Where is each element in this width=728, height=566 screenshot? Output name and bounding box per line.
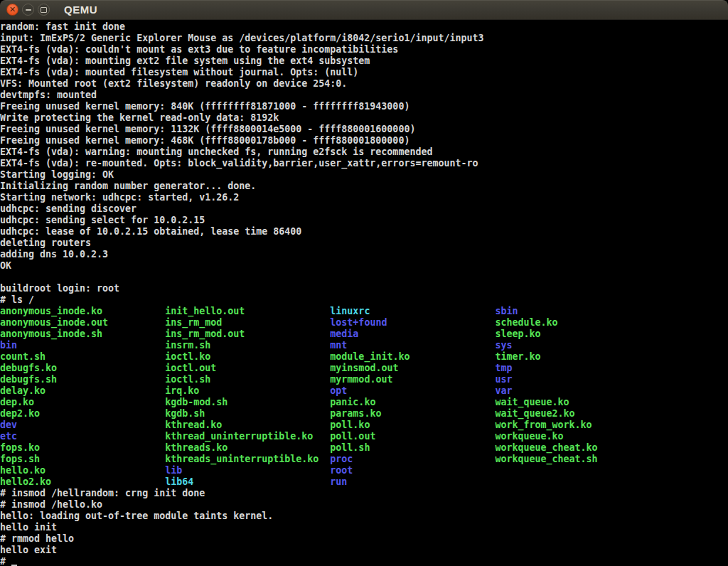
terminal-text: udhcpc: sending select for 10.0.2.15 bbox=[0, 215, 205, 225]
file-entry: debugfs.ko bbox=[0, 363, 165, 373]
file-entry: linuxrc bbox=[330, 306, 495, 316]
terminal-line: devtmpfs: mounted bbox=[0, 90, 728, 101]
terminal-line: hello2.ko lib64 run bbox=[0, 476, 728, 488]
file-entry: module_init.ko bbox=[330, 351, 495, 362]
file-entry: insrm.sh bbox=[165, 340, 330, 351]
file-entry: var bbox=[496, 385, 513, 396]
terminal-text: Freeing unused kernel memory: 840K (ffff… bbox=[0, 101, 410, 112]
terminal-line: anonymous_inode.ko init_hello.out linuxr… bbox=[0, 306, 728, 317]
terminal-line: hello init bbox=[0, 522, 728, 533]
terminal-screen[interactable]: random: fast init doneinput: ImExPS/2 Ge… bbox=[0, 20, 728, 566]
terminal-text: OK bbox=[0, 260, 11, 271]
file-entry: init_hello.out bbox=[165, 306, 330, 316]
terminal-text: Starting network: udhcpc: started, v1.26… bbox=[0, 192, 239, 203]
file-entry: poll.sh bbox=[330, 442, 495, 453]
file-entry: kthreads.ko bbox=[165, 442, 330, 453]
terminal-text: udhcpc: sending discover bbox=[0, 203, 136, 214]
file-entry: poll.out bbox=[330, 431, 495, 442]
terminal-text: # insmod /hello.ko bbox=[0, 499, 102, 510]
terminal-line: Write protecting the kernel read-only da… bbox=[0, 112, 728, 124]
file-entry: params.ko bbox=[330, 408, 495, 419]
terminal-line: udhcpc: lease of 10.0.2.15 obtained, lea… bbox=[0, 226, 728, 237]
terminal-text: VFS: Mounted root (ext2 filesystem) read… bbox=[0, 78, 347, 89]
file-entry: dep2.ko bbox=[0, 408, 165, 419]
window-title: QEMU bbox=[64, 4, 97, 16]
file-entry: kthread_uninterruptible.ko bbox=[165, 431, 330, 442]
maximize-icon bbox=[41, 7, 47, 13]
file-entry: wait_queue.ko bbox=[496, 397, 569, 407]
terminal-line: hello exit bbox=[0, 545, 728, 556]
terminal-line: EXT4-fs (vda): mounting ext2 file system… bbox=[0, 55, 728, 67]
terminal-text: buildroot login: root bbox=[0, 283, 119, 294]
terminal-line: EXT4-fs (vda): re-mounted. Opts: block_v… bbox=[0, 158, 728, 169]
file-entry: fops.sh bbox=[0, 454, 165, 464]
file-entry: tmp bbox=[496, 363, 513, 373]
terminal-line: udhcpc: sending discover bbox=[0, 203, 728, 215]
terminal-line: fops.sh kthreads_uninterruptible.ko proc… bbox=[0, 454, 728, 465]
terminal-text: # bbox=[0, 556, 11, 566]
terminal-line: debugfs.sh ioctl.sh myrmmod.out usr bbox=[0, 374, 728, 385]
file-entry: usr bbox=[496, 374, 513, 385]
terminal-line: fops.ko kthreads.ko poll.sh workqueue_ch… bbox=[0, 442, 728, 454]
title-bar[interactable]: ✕ QEMU bbox=[0, 0, 728, 20]
terminal-line: EXT4-fs (vda): couldn't mount as ext3 du… bbox=[0, 44, 728, 55]
file-entry: dev bbox=[0, 420, 165, 430]
file-entry: delay.ko bbox=[0, 385, 165, 396]
file-entry: lib bbox=[165, 465, 330, 476]
terminal-text: Freeing unused kernel memory: 1132K (fff… bbox=[0, 124, 415, 134]
maximize-button[interactable] bbox=[38, 4, 50, 16]
terminal-text: EXT4-fs (vda): mounting ext2 file system… bbox=[0, 55, 370, 66]
terminal-line: OK bbox=[0, 260, 728, 272]
file-entry: ioctl.ko bbox=[165, 351, 330, 362]
file-entry: irq.ko bbox=[165, 385, 330, 396]
terminal-line: # rmmod hello bbox=[0, 533, 728, 545]
file-entry: ioctl.sh bbox=[165, 374, 330, 385]
terminal-text: EXT4-fs (vda): mounted filesystem withou… bbox=[0, 67, 358, 78]
terminal-line: # bbox=[0, 556, 728, 566]
terminal-line: dev kthread.ko poll.ko work_from_work.ko bbox=[0, 420, 728, 431]
terminal-line: # ls / bbox=[0, 294, 728, 306]
terminal-line: Initializing random number generator... … bbox=[0, 181, 728, 192]
terminal-text: EXT4-fs (vda): warning: mounting uncheck… bbox=[0, 146, 432, 157]
file-entry: myinsmod.out bbox=[330, 363, 495, 373]
file-entry: ins_rm_mod bbox=[165, 317, 330, 328]
terminal-text: hello: loading out-of-tree module taints… bbox=[0, 511, 273, 521]
terminal-line: EXT4-fs (vda): mounted filesystem withou… bbox=[0, 67, 728, 78]
terminal-text: deleting routers bbox=[0, 237, 91, 248]
minimize-button[interactable] bbox=[22, 4, 34, 16]
close-icon: ✕ bbox=[9, 6, 16, 14]
file-entry: myrmmod.out bbox=[330, 374, 495, 385]
file-entry: anonymous_inode.out bbox=[0, 317, 165, 328]
close-button[interactable]: ✕ bbox=[6, 4, 18, 16]
file-entry: hello2.ko bbox=[0, 476, 165, 487]
terminal-line: # insmod /hellrandom: crng init done bbox=[0, 488, 728, 499]
terminal-line: adding dns 10.0.2.3 bbox=[0, 249, 728, 260]
terminal-line: anonymous_inode.out ins_rm_mod lost+foun… bbox=[0, 317, 728, 329]
file-entry: ioctl.out bbox=[165, 363, 330, 373]
qemu-window: ✕ QEMU random: fast init doneinput: ImEx… bbox=[0, 0, 728, 566]
file-entry: mnt bbox=[330, 340, 495, 351]
file-entry: kthreads_uninterruptible.ko bbox=[165, 454, 330, 464]
file-entry: poll.ko bbox=[330, 420, 495, 430]
terminal-text: hello init bbox=[0, 522, 57, 533]
terminal-line: count.sh ioctl.ko module_init.ko timer.k… bbox=[0, 351, 728, 363]
file-entry: root bbox=[330, 465, 353, 476]
terminal-line: input: ImExPS/2 Generic Explorer Mouse a… bbox=[0, 33, 728, 44]
file-entry: workqueue_cheat.sh bbox=[496, 454, 598, 464]
terminal-text: input: ImExPS/2 Generic Explorer Mouse a… bbox=[0, 33, 483, 43]
terminal-line: Freeing unused kernel memory: 468K (ffff… bbox=[0, 135, 728, 146]
file-entry: panic.ko bbox=[330, 397, 495, 407]
terminal-line: bin insrm.sh mnt sys bbox=[0, 340, 728, 351]
terminal-text: udhcpc: lease of 10.0.2.15 obtained, lea… bbox=[0, 226, 301, 237]
file-entry: hello.ko bbox=[0, 465, 165, 476]
file-entry: kgdb.sh bbox=[165, 408, 330, 419]
file-entry: kthread.ko bbox=[165, 420, 330, 430]
file-entry: timer.ko bbox=[496, 351, 541, 362]
terminal-line: udhcpc: sending select for 10.0.2.15 bbox=[0, 215, 728, 226]
terminal-text: EXT4-fs (vda): re-mounted. Opts: block_v… bbox=[0, 158, 478, 169]
terminal-line: dep2.ko kgdb.sh params.ko wait_queue2.ko bbox=[0, 408, 728, 420]
file-entry: sbin bbox=[496, 306, 518, 316]
terminal-line: Starting network: udhcpc: started, v1.26… bbox=[0, 192, 728, 203]
file-entry: lib64 bbox=[165, 476, 330, 487]
file-entry: anonymous_inode.sh bbox=[0, 329, 165, 339]
